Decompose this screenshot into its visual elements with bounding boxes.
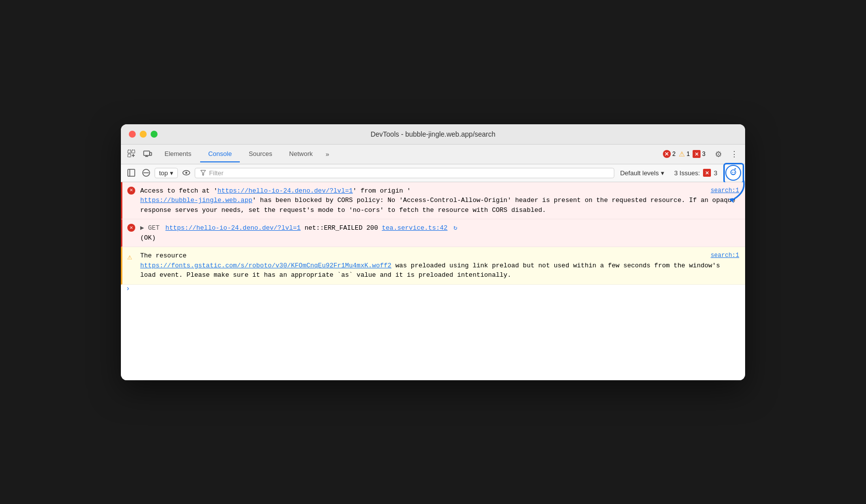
eye-icon[interactable] (180, 166, 193, 179)
warning-text-before: The resource (140, 252, 187, 259)
console-content: ✕ Access to fetch at 'https://hello-io-2… (121, 182, 745, 380)
window-title: DevTools - bubble-jingle.web.app/search (371, 130, 495, 138)
default-levels-chevron: ▾ (661, 169, 664, 177)
get-extra: (OK) (140, 234, 156, 242)
get-status: net::ERR_FAILED 200 (305, 224, 382, 232)
default-levels-label: Default levels (620, 169, 659, 177)
arrow-annotation (714, 178, 745, 205)
warning-icon: ⚠ (679, 150, 685, 158)
issues-badge-icon: ✕ (703, 169, 711, 177)
warning-font-url[interactable]: https://fonts.gstatic.com/s/roboto/v30/K… (140, 262, 391, 269)
title-bar: DevTools - bubble-jingle.web.app/search (121, 124, 745, 145)
console-entry-cors-error: ✕ Access to fetch at 'https://hello-io-2… (121, 182, 745, 220)
svg-rect-0 (128, 150, 131, 153)
maximize-button[interactable] (151, 131, 158, 138)
ai-button-wrapper (725, 165, 741, 181)
error-icon: ✕ (663, 150, 671, 158)
minimize-button[interactable] (140, 131, 147, 138)
clear-console-icon[interactable] (140, 166, 153, 179)
tab-sources[interactable]: Sources (241, 146, 280, 162)
error-count: 2 (672, 151, 676, 157)
console-toolbar: top ▾ Filter Default levels ▾ 3 Issues: … (121, 164, 745, 182)
issues-text: 3 Issues: (674, 169, 700, 177)
svg-rect-1 (132, 150, 135, 153)
sidebar-toggle-icon[interactable] (125, 166, 138, 179)
chevron-down-icon: ▾ (170, 169, 173, 177)
get-arrow[interactable]: ▶ GET (140, 224, 163, 232)
cors-error-url2[interactable]: https://bubble-jingle.web.app (140, 197, 252, 204)
cors-error-text-before: Access to fetch at ' (140, 187, 217, 195)
tab-network[interactable]: Network (281, 146, 321, 162)
traffic-lights (129, 131, 158, 138)
filter-input[interactable]: Filter (195, 168, 614, 178)
svg-rect-2 (128, 154, 131, 157)
filter-placeholder: Filter (209, 169, 223, 177)
more-options-icon[interactable]: ⋮ (727, 147, 741, 161)
warning-icon: ⚠ (127, 252, 132, 263)
devtools-tab-bar: Elements Console Sources Network » ✕ 2 ⚠… (121, 145, 745, 164)
devtools-right-controls: ✕ 2 ⚠ 1 ✕ 3 ⚙ ⋮ (663, 147, 741, 161)
context-selector[interactable]: top ▾ (155, 168, 178, 178)
cursor-select-icon[interactable] (125, 147, 139, 161)
issues-counter: 3 Issues: ✕ 3 (670, 168, 721, 178)
error-icon-2: ✕ (127, 224, 135, 232)
get-source[interactable]: tea.service.ts:42 (382, 224, 448, 232)
context-label: top (159, 169, 168, 177)
console-prompt[interactable]: › (121, 285, 745, 293)
cors-error-text-middle: ' from origin ' (353, 187, 411, 195)
issues-box-icon: ✕ (693, 150, 701, 158)
error-icon: ✕ (127, 187, 135, 195)
warning-count: 1 (687, 151, 690, 157)
issues-badge: ✕ 3 (693, 150, 705, 158)
tab-console[interactable]: Console (200, 146, 240, 162)
console-entry-get-error: ✕ ▶ GET https://hello-io-24.deno.dev/?lv… (121, 219, 745, 247)
svg-rect-5 (144, 151, 150, 155)
filter-icon (200, 170, 206, 176)
issues-badge-count: 3 (714, 169, 717, 177)
tab-list: Elements Console Sources Network » (157, 146, 663, 162)
svg-rect-6 (150, 152, 152, 155)
warning-badge: ⚠ 1 (679, 150, 690, 158)
tab-elements[interactable]: Elements (157, 146, 199, 162)
warning-source[interactable]: search:1 (710, 251, 739, 260)
issues-count: 3 (702, 151, 705, 157)
responsive-icon[interactable] (141, 147, 155, 161)
console-entry-font-warning: ⚠ The resource search:1 https://fonts.gs… (121, 247, 745, 285)
svg-rect-9 (128, 169, 135, 176)
tab-more[interactable]: » (322, 149, 333, 160)
devtools-window: DevTools - bubble-jingle.web.app/search … (121, 124, 745, 380)
svg-point-14 (185, 172, 187, 174)
cors-error-url1[interactable]: https://hello-io-24.deno.dev/?lvl=1 (217, 187, 353, 195)
default-levels-selector[interactable]: Default levels ▾ (616, 168, 668, 178)
get-url[interactable]: https://hello-io-24.deno.dev/?lvl=1 (165, 224, 301, 232)
network-icon[interactable]: ↻ (453, 224, 457, 232)
settings-icon[interactable]: ⚙ (711, 147, 725, 161)
close-button[interactable] (129, 131, 136, 138)
error-badge: ✕ 2 (663, 150, 676, 158)
svg-marker-15 (201, 170, 206, 175)
badge-group: ✕ 2 ⚠ 1 ✕ 3 (663, 150, 705, 158)
prompt-chevron-icon: › (126, 285, 130, 293)
